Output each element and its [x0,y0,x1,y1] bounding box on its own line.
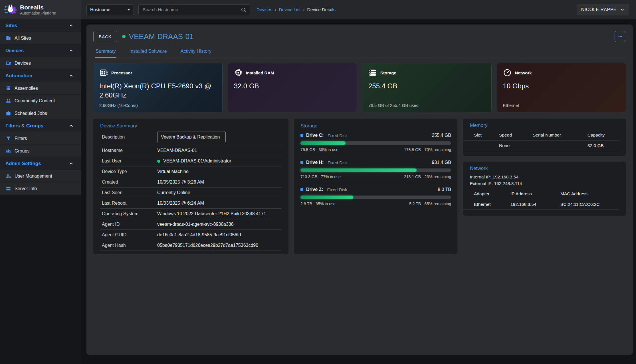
drive-type: Fixed Disk [328,160,348,165]
column-header: Speed [499,133,533,138]
tab[interactable]: Installed Software [129,47,167,58]
summary-label: Description [100,135,157,140]
more-actions-button[interactable] [615,31,626,42]
sidebar-item[interactable]: Community Content [0,95,81,107]
sidebar-section-header[interactable]: Automation [0,70,81,82]
search-field-dropdown-value: Hostname [90,7,110,12]
column-header: Slot [474,133,499,138]
summary-rows: Hostname VEEAM-DRAAS-01 Last User [100,145,282,251]
grid-icon [6,86,11,91]
drive-remaining-text: 5.2 TB - 65% remaining [409,202,451,206]
sidebar-item-label: Assemblies [15,86,38,91]
sidebar-section-label: Sites [5,23,17,29]
people-icon [6,98,11,103]
stat-card: Storage 255.4 GB 76.5 GB of 255.4 GB use… [362,63,492,112]
stat-card-value: 255.4 GB [368,82,486,91]
drive-size: 255.4 GB [432,133,451,138]
main-content: BACK VEEAM-DRAAS-01 Summary Installed So… [81,19,636,364]
description-input[interactable] [157,131,226,143]
sidebar-item[interactable]: Assemblies [0,82,81,95]
sidebar-item[interactable]: Groups [0,145,81,157]
brand: Borealis Automation Platform [0,0,81,19]
summary-value: 05ba0e7935171d626ecea29b27d7ae175363cd90 [157,243,258,248]
sidebar-item[interactable]: Devices [0,57,81,70]
summary-label: Agent Hash [100,243,157,248]
right-column: Memory SlotSpeedSerial NumberCapacity No… [463,119,626,216]
summary-value: Windows 10 2022 Datacenter 21H2 Build 20… [157,211,266,216]
sidebar-section-header[interactable]: Devices [0,44,81,57]
drive-row: Drive C: Fixed Disk 255.4 GB 76.5 GB - 3… [300,129,451,156]
sidebar-item[interactable]: Server Info [0,182,81,195]
sidebar-item[interactable]: Filters [0,132,81,145]
sidebar-item-label: All Sites [15,36,31,41]
brand-subtitle: Automation Platform [20,11,56,15]
sidebar-item[interactable]: User Management [0,170,81,182]
devices-icon [6,60,11,66]
stat-card: Installed RAM 32.0 GB [228,63,357,112]
stat-card-value: Intel(R) Xeon(R) CPU E5-2690 v3 @ 2.60GH… [99,82,217,100]
summary-value: VEEAM-DRAAS-01 [157,148,197,153]
breadcrumb-item[interactable]: Device Details [307,7,336,12]
sidebar-item-label: User Management [15,174,52,179]
sidebar-item[interactable]: All Sites [0,32,81,44]
user-menu[interactable]: NICOLE RAPPE [577,4,629,15]
drive-used-text: 713.3 GB - 77% in use [300,174,341,179]
sidebar-section-header[interactable]: Filters & Groups [0,120,81,132]
drive-usage-bar [300,141,451,145]
stat-card: Network 10 Gbps Ethernet [497,63,626,112]
drive-bullet-icon [300,134,303,137]
tab[interactable]: Summary [95,47,116,58]
column-header: Serial Number [533,133,587,138]
memory-table-row: None 32.0 GB [463,140,619,151]
sidebar-item[interactable]: Scheduled Jobs [0,107,81,120]
sidebar-section-header[interactable]: Sites [0,19,81,32]
drive-list: Drive C: Fixed Disk 255.4 GB 76.5 GB - 3… [300,129,451,210]
stat-card-subtitle: 76.5 GB of 255.4 GB used [368,103,419,108]
sidebar-section-header[interactable]: Admin Settings [0,157,81,170]
back-button[interactable]: BACK [93,31,117,42]
adapter-ip: 192.168.3.54 [510,202,560,207]
summary-value: 10/03/2025 @ 6:24 AM [157,201,204,206]
drive-bullet-icon [300,161,303,164]
summary-label: Last User [100,158,157,164]
breadcrumb-item[interactable]: Device List [279,7,300,12]
summary-row: Agent GUID de16c0c1-8aa2-4d18-9585-9ce91… [100,230,282,240]
summary-value: 10/05/2025 @ 3:26 AM [157,180,204,185]
summary-row: Last Reboot 10/03/2025 @ 6:24 AM [100,198,282,209]
tab[interactable]: Activity History [180,47,212,58]
summary-value: VEEAM-DRAAS-01\Administrator [163,158,231,164]
user-name: NICOLE RAPPE [581,7,617,12]
sidebar-item-label: Groups [15,149,29,154]
network-panel-title: Network [470,166,619,171]
drive-size: 8.0 TB [438,187,451,192]
search-input[interactable] [142,7,241,13]
sidebar-section-label: Admin Settings [5,161,41,166]
internal-ip: Internal IP: 192.168.3.54 [470,174,619,180]
chevron-up-icon [69,48,74,53]
stat-cards: Processor Intel(R) Xeon(R) CPU E5-2690 v… [93,63,626,112]
summary-row: Last Seen Currently Online [100,188,282,198]
search-box [138,4,250,15]
topbar-main: Hostname Devices Device List [81,0,636,19]
storage-panel: Storage Drive C: Fixed Disk 255.4 GB [294,119,457,254]
drive-usage-bar [300,168,451,172]
drive-row: Drive H: Fixed Disk 931.4 GB 713.3 GB - … [300,156,451,183]
cpu-chip-icon [234,68,243,77]
brand-name: Borealis [20,4,56,11]
network-panel: Network Internal IP: 192.168.3.54 Extern… [463,162,626,216]
sidebar-item-label: Filters [15,136,27,141]
search-icon [241,7,247,13]
chevron-up-icon [69,123,74,128]
breadcrumb-item[interactable]: Devices [257,7,272,12]
detail-panels: Device Summary Description Hostname [93,119,626,254]
summary-label: Created [100,180,157,185]
device-header: BACK VEEAM-DRAAS-01 [93,31,626,42]
stat-card: Processor Intel(R) Xeon(R) CPU E5-2690 v… [93,63,223,112]
search-field-dropdown[interactable]: Hostname [86,4,134,15]
stat-card-subtitle: Ethernet [503,103,519,108]
sidebar-section-label: Automation [5,73,32,79]
online-status-dot [157,160,160,163]
filter-icon [6,136,11,141]
drive-remaining-text: 178.8 GB - 70% remaining [404,147,451,152]
summary-label: Agent GUID [100,232,157,237]
